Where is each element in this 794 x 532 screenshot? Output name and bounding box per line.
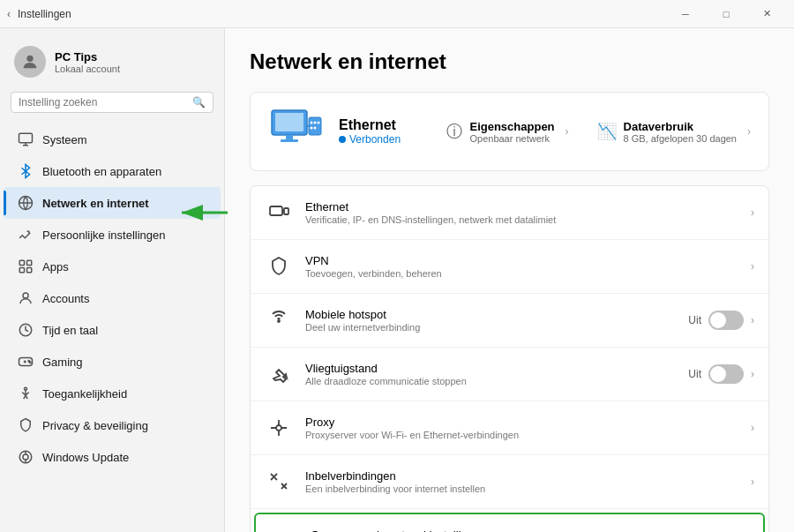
meta-eigenschappen-label: Eigenschappen [469,120,554,133]
item-icon-vpn [265,252,293,281]
item-icon-vliegtuigstand [265,360,293,388]
svg-rect-1 [19,133,33,143]
item-right-vliegtuigstand: Uit › [688,364,754,384]
maximize-button[interactable]: □ [706,0,746,28]
item-text-vpn: VPN Toevoegen, verbinden, beheren [305,254,442,279]
toggle-vliegtuigstand[interactable] [708,364,744,384]
item-icon-inbelverbindingen [265,468,293,496]
svg-rect-24 [281,139,298,142]
nav-label-systeem: Systeem [42,133,87,146]
item-title-vliegtuigstand: Vliegtuigstand [305,362,467,375]
chevron-proxy: › [751,422,754,434]
item-title-ethernet: Ethernet [305,200,556,214]
item-title-inbelverbindingen: Inbelverbindingen [305,469,485,483]
user-name: PC Tips [55,50,120,64]
settings-item-mobiele-hotspot[interactable]: Mobiele hotspot Deel uw internetverbindi… [251,294,768,348]
settings-item-vpn[interactable]: VPN Toevoegen, verbinden, beheren › [251,240,768,294]
item-text-inbelverbindingen: Inbelverbindingen Een inbelverbinding vo… [305,469,485,494]
item-desc-mobiele-hotspot: Deel uw internetverbinding [305,322,420,333]
chevron-vpn: › [751,260,754,273]
page-title: Netwerk en internet [250,49,769,74]
meta-eigenschappen-chevron: › [566,125,569,138]
nav-label-netwerk: Netwerk en internet [42,197,149,210]
item-right-proxy: › [751,422,754,434]
nav-icon-systeem [18,131,34,147]
chevron-inbelverbindingen: › [751,476,754,488]
svg-point-36 [276,425,281,431]
sidebar-item-windows[interactable]: Windows Update [4,441,221,473]
item-desc-vliegtuigstand: Alle draadloze communicatie stoppen [305,376,467,386]
search-icon: 🔍 [192,96,206,109]
item-right-inbelverbindingen: › [751,476,754,488]
item-title-vpn: VPN [305,254,442,267]
settings-item-proxy[interactable]: Proxy Proxyserver voor Wi-Fi- en Etherne… [251,401,768,455]
sidebar-item-netwerk[interactable]: Netwerk en internet [4,187,221,219]
hero-meta-eigenschappen[interactable]: ⓘ Eigenschappen Openbaar netwerk › [446,120,568,144]
user-role: Lokaal account [55,64,120,74]
hero-status-text: Verbonden [349,133,401,146]
settings-item-geavanceerd[interactable]: Geavanceerde netwerkinstellingen Alle ne… [254,513,765,532]
settings-item-ethernet[interactable]: Ethernet Verificatie, IP- en DNS-instell… [251,186,768,240]
minimize-button[interactable]: ─ [665,0,706,28]
sidebar-item-systeem[interactable]: Systeem [4,124,221,155]
main-content: Netwerk en internet [225,28,794,532]
meta-data-text: Dataverbruik 8 GB, afgelopen 30 dagen [624,120,737,144]
meta-data-chevron: › [747,125,751,138]
hero-meta-data[interactable]: 📉 Dataverbruik 8 GB, afgelopen 30 dagen … [597,120,751,144]
nav-label-apps: Apps [42,260,69,273]
sidebar-item-persoonlijk[interactable]: Persoonlijke instellingen [4,219,221,251]
meta-eigenschappen-text: Eigenschappen Openbaar netwerk [469,120,554,144]
close-button[interactable]: ✕ [746,0,787,28]
nav-list: Systeem Bluetooth en apparaten Netwerk e… [0,124,224,473]
svg-point-26 [311,122,313,124]
item-icon-ethernet [265,199,293,227]
chevron-vliegtuigstand: › [751,368,754,380]
sidebar-item-toegankelijkheid[interactable]: Toegankelijkheid [4,378,221,409]
nav-label-accounts: Accounts [42,292,89,305]
back-icon[interactable]: ‹ [7,8,11,20]
svg-rect-33 [284,208,288,214]
sidebar-item-gaming[interactable]: Gaming [4,346,221,378]
svg-point-27 [314,122,317,124]
nav-icon-apps [18,259,34,274]
nav-label-windows: Windows Update [42,451,129,464]
nav-icon-gaming [18,354,34,370]
search-box[interactable]: 🔍 [11,92,213,113]
sidebar-item-apps[interactable]: Apps [4,251,221,282]
nav-icon-windows [18,449,34,465]
sidebar-item-tijd[interactable]: Tijd en taal [4,314,221,346]
toggle-label-mobiele-hotspot: Uit [688,314,701,326]
status-dot [339,136,346,143]
nav-icon-netwerk [18,195,34,211]
titlebar-controls: ─ □ ✕ [665,0,787,28]
svg-point-16 [25,387,27,390]
nav-icon-persoonlijk [18,227,34,243]
svg-point-0 [26,56,33,62]
toggle-mobiele-hotspot[interactable] [708,311,744,330]
sidebar-item-accounts[interactable]: Accounts [4,282,221,314]
data-icon: 📉 [597,122,617,141]
item-title-mobiele-hotspot: Mobiele hotspot [305,308,420,321]
settings-item-inbelverbindingen[interactable]: Inbelverbindingen Een inbelverbinding vo… [251,455,768,509]
item-text-geavanceerd: Geavanceerde netwerkinstellingen Alle ne… [311,528,568,532]
nav-label-bluetooth: Bluetooth en apparaten [42,165,161,178]
meta-data-label: Dataverbruik [624,120,737,133]
sidebar-item-bluetooth[interactable]: Bluetooth en apparaten [4,155,221,187]
nav-icon-bluetooth [18,163,34,179]
svg-point-9 [23,293,28,298]
svg-point-29 [311,127,313,130]
svg-rect-22 [275,113,303,131]
hero-card: Ethernet Verbonden ⓘ Eigenschappen Openb… [250,92,769,171]
item-icon-geavanceerd [270,527,298,532]
search-input[interactable] [19,96,192,109]
svg-point-18 [23,454,28,460]
item-text-vliegtuigstand: Vliegtuigstand Alle draadloze communicat… [305,362,467,386]
nav-label-persoonlijk: Persoonlijke instellingen [42,229,165,242]
sidebar-item-privacy[interactable]: Privacy & beveiliging [4,409,221,441]
ethernet-hero-icon [268,107,325,156]
svg-rect-6 [27,260,32,265]
settings-item-vliegtuigstand[interactable]: Vliegtuigstand Alle draadloze communicat… [251,348,768,401]
svg-point-15 [30,362,32,363]
svg-point-30 [314,127,317,130]
toggle-label-vliegtuigstand: Uit [688,368,701,380]
